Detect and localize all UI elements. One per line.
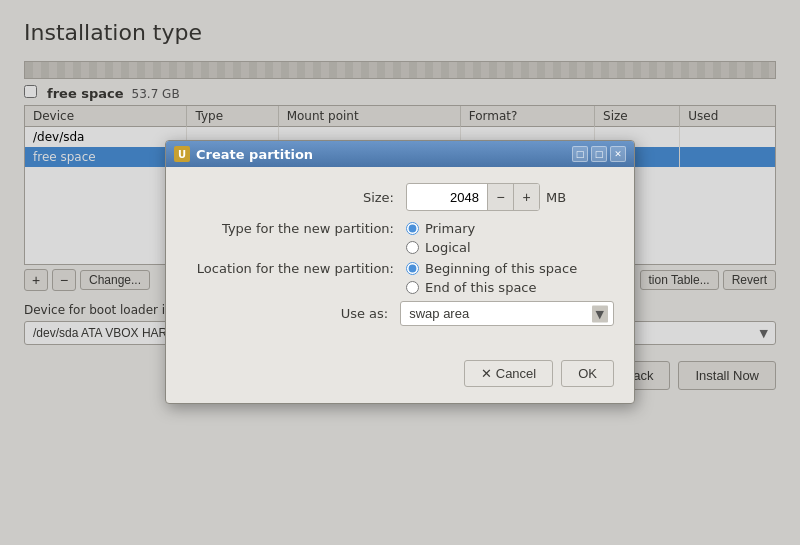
size-input[interactable] <box>407 186 487 209</box>
partition-location-row: Location for the new partition: Beginnin… <box>186 261 614 295</box>
radio-end[interactable]: End of this space <box>406 280 577 295</box>
size-row: Size: − + MB <box>186 183 614 211</box>
radio-primary-label: Primary <box>425 221 475 236</box>
radio-primary[interactable]: Primary <box>406 221 475 236</box>
dialog-buttons: ✕ Cancel OK <box>166 352 634 403</box>
radio-beginning-label: Beginning of this space <box>425 261 577 276</box>
partition-location-options: Beginning of this space End of this spac… <box>406 261 577 295</box>
partition-type-row: Type for the new partition: Primary Logi… <box>186 221 614 255</box>
partition-type-options: Primary Logical <box>406 221 475 255</box>
size-unit: MB <box>540 190 566 205</box>
cancel-button[interactable]: ✕ Cancel <box>464 360 553 387</box>
dialog-titlebar: U Create partition □ □ ✕ <box>166 141 634 167</box>
radio-end-input[interactable] <box>406 281 419 294</box>
size-decrease-button[interactable]: − <box>487 184 513 210</box>
useas-label: Use as: <box>186 306 400 321</box>
create-partition-dialog: U Create partition □ □ ✕ Size: − + MB <box>165 140 635 404</box>
size-input-group: − + <box>406 183 540 211</box>
dialog-body: Size: − + MB Type for the new partition:… <box>166 167 634 352</box>
radio-logical-input[interactable] <box>406 241 419 254</box>
dialog-maximize-button[interactable]: □ <box>591 146 607 162</box>
useas-select[interactable]: swap area Ext4 journaling file system Ex… <box>400 301 614 326</box>
ok-button[interactable]: OK <box>561 360 614 387</box>
size-label: Size: <box>186 190 406 205</box>
partition-type-label: Type for the new partition: <box>186 221 406 236</box>
dialog-overlay: U Create partition □ □ ✕ Size: − + MB <box>0 0 800 545</box>
radio-logical-label: Logical <box>425 240 471 255</box>
radio-end-label: End of this space <box>425 280 537 295</box>
radio-beginning[interactable]: Beginning of this space <box>406 261 577 276</box>
useas-select-wrap: swap area Ext4 journaling file system Ex… <box>400 301 614 326</box>
radio-beginning-input[interactable] <box>406 262 419 275</box>
dialog-title-left: U Create partition <box>174 146 313 162</box>
dialog-title-text: Create partition <box>196 147 313 162</box>
dialog-close-button[interactable]: ✕ <box>610 146 626 162</box>
dialog-minimize-button[interactable]: □ <box>572 146 588 162</box>
size-increase-button[interactable]: + <box>513 184 539 210</box>
dialog-icon: U <box>174 146 190 162</box>
radio-logical[interactable]: Logical <box>406 240 475 255</box>
radio-primary-input[interactable] <box>406 222 419 235</box>
dialog-titlebar-buttons: □ □ ✕ <box>572 146 626 162</box>
useas-row: Use as: swap area Ext4 journaling file s… <box>186 301 614 326</box>
partition-location-label: Location for the new partition: <box>186 261 406 276</box>
